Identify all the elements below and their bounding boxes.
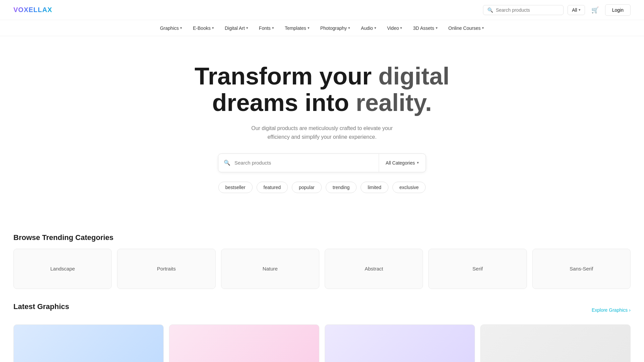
chevron-down-icon: ▾	[436, 26, 438, 30]
graphic-card-1[interactable]	[169, 324, 319, 362]
nav-item-graphics[interactable]: Graphics▾	[155, 23, 187, 34]
graphic-card-0[interactable]	[13, 324, 164, 362]
tags-row: bestsellerfeaturedpopulartrendinglimited…	[13, 182, 631, 193]
tag-popular[interactable]: popular	[292, 182, 322, 193]
browse-section: Browse Trending Categories LandscapePort…	[0, 233, 644, 302]
hero-search-left: 🔍	[218, 155, 379, 171]
chevron-down-icon: ▾	[180, 26, 182, 30]
hero-title-line2-gray: reality.	[356, 89, 432, 116]
nav-item-video[interactable]: Video▾	[382, 23, 407, 34]
category-label: Portraits	[157, 266, 176, 272]
graphic-card-3[interactable]	[480, 324, 631, 362]
nav-item-label: 3D Assets	[413, 25, 434, 31]
category-card-abstract[interactable]: Abstract	[325, 249, 423, 289]
category-label: Nature	[263, 266, 278, 272]
hero-subtitle: Our digital products are meticulously cr…	[248, 124, 396, 141]
hero-search-icon: 🔍	[224, 160, 230, 166]
tag-bestseller[interactable]: bestseller	[218, 182, 253, 193]
nav-item-label: Fonts	[259, 25, 271, 31]
category-label: Sans-Serif	[570, 266, 593, 272]
tag-limited[interactable]: limited	[361, 182, 388, 193]
nav-item-templates[interactable]: Templates▾	[280, 23, 314, 34]
chevron-right-icon: ›	[629, 307, 631, 313]
nav-item-label: Photography	[320, 25, 347, 31]
explore-graphics-link[interactable]: Explore Graphics ›	[592, 307, 631, 313]
cart-button[interactable]: 🛒	[589, 4, 601, 16]
chevron-down-icon: ▾	[482, 26, 484, 30]
latest-graphics-title: Latest Graphics	[13, 302, 69, 311]
chevron-down-icon: ▾	[579, 8, 581, 12]
search-icon: 🔍	[487, 7, 493, 13]
latest-graphics-section: Latest Graphics Explore Graphics ›	[0, 302, 644, 362]
browse-section-title: Browse Trending Categories	[13, 233, 631, 242]
header-right: 🔍 All ▾ 🛒 Login	[483, 4, 631, 16]
hero-title-line1-dark: Transform your	[195, 63, 372, 89]
header-category-label: All	[572, 7, 577, 13]
cart-icon: 🛒	[591, 6, 599, 14]
nav-item-label: Video	[387, 25, 399, 31]
category-label: Serif	[473, 266, 483, 272]
nav-item-audio[interactable]: Audio▾	[356, 23, 381, 34]
explore-graphics-label: Explore Graphics	[592, 307, 628, 313]
latest-graphics-header: Latest Graphics Explore Graphics ›	[13, 302, 631, 318]
category-label: Abstract	[365, 266, 383, 272]
hero-category-select[interactable]: All Categories ▾	[379, 154, 426, 172]
header-search-input[interactable]	[496, 7, 559, 13]
main-nav: Graphics▾E-Books▾Digital Art▾Fonts▾Templ…	[0, 20, 644, 36]
hero-section: Transform your digital dreams into reali…	[0, 36, 644, 233]
categories-grid: LandscapePortraitsNatureAbstractSerifSan…	[13, 249, 631, 289]
nav-item-3d-assets[interactable]: 3D Assets▾	[408, 23, 442, 34]
nav-item-label: Digital Art	[225, 25, 245, 31]
hero-title-line1-gray: digital	[378, 63, 449, 89]
nav-item-fonts[interactable]: Fonts▾	[254, 23, 279, 34]
tag-trending[interactable]: trending	[326, 182, 357, 193]
nav-item-photography[interactable]: Photography▾	[316, 23, 355, 34]
category-card-landscape[interactable]: Landscape	[13, 249, 112, 289]
graphics-grid	[13, 324, 631, 362]
hero-search-input[interactable]	[218, 155, 379, 171]
category-card-portraits[interactable]: Portraits	[117, 249, 215, 289]
nav-item-label: E-Books	[193, 25, 211, 31]
graphic-card-2[interactable]	[325, 324, 475, 362]
category-label: Landscape	[50, 266, 75, 272]
nav-item-online-courses[interactable]: Online Courses▾	[444, 23, 489, 34]
logo[interactable]: VOXELLAX	[13, 6, 52, 14]
chevron-down-icon: ▾	[308, 26, 310, 30]
chevron-down-icon: ▾	[400, 26, 402, 30]
nav-item-digital-art[interactable]: Digital Art▾	[220, 23, 253, 34]
nav-item-label: Graphics	[160, 25, 179, 31]
chevron-down-icon: ▾	[374, 26, 376, 30]
nav-item-label: Templates	[285, 25, 306, 31]
chevron-down-icon: ▾	[348, 26, 350, 30]
hero-category-label: All Categories	[386, 160, 415, 166]
chevron-down-icon: ▾	[417, 161, 419, 165]
header-category-dropdown[interactable]: All ▾	[568, 5, 585, 15]
nav-item-e-books[interactable]: E-Books▾	[188, 23, 219, 34]
header-search-bar[interactable]: 🔍	[483, 5, 564, 15]
login-button[interactable]: Login	[605, 4, 631, 16]
tag-exclusive[interactable]: exclusive	[392, 182, 426, 193]
category-card-sans-serif[interactable]: Sans-Serif	[532, 249, 631, 289]
tag-featured[interactable]: featured	[257, 182, 288, 193]
hero-search-bar[interactable]: 🔍 All Categories ▾	[218, 154, 426, 172]
chevron-down-icon: ▾	[272, 26, 274, 30]
nav-item-label: Online Courses	[448, 25, 481, 31]
chevron-down-icon: ▾	[246, 26, 248, 30]
nav-item-label: Audio	[361, 25, 373, 31]
category-card-serif[interactable]: Serif	[428, 249, 527, 289]
chevron-down-icon: ▾	[212, 26, 214, 30]
header: VOXELLAX 🔍 All ▾ 🛒 Login	[0, 0, 644, 20]
category-card-nature[interactable]: Nature	[221, 249, 319, 289]
hero-title-line2-dark: dreams into	[212, 89, 349, 116]
hero-title: Transform your digital dreams into reali…	[188, 63, 456, 116]
